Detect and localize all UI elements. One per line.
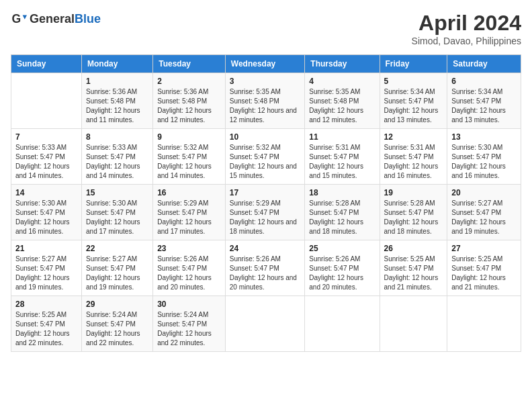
day-number: 21 xyxy=(15,244,77,253)
day-number: 25 xyxy=(309,244,375,253)
day-cell: 6Sunrise: 5:34 AM Sunset: 5:47 PM Daylig… xyxy=(447,73,521,129)
day-cell: 28Sunrise: 5:25 AM Sunset: 5:47 PM Dayli… xyxy=(11,296,82,352)
day-info: Sunrise: 5:25 AM Sunset: 5:47 PM Dayligh… xyxy=(15,310,77,348)
svg-text:G: G xyxy=(12,12,21,26)
day-number: 27 xyxy=(451,244,517,253)
day-number: 20 xyxy=(451,188,517,197)
day-info: Sunrise: 5:30 AM Sunset: 5:47 PM Dayligh… xyxy=(451,143,517,181)
day-number: 9 xyxy=(157,132,221,142)
day-number: 11 xyxy=(309,132,375,142)
day-cell: 15Sunrise: 5:30 AM Sunset: 5:47 PM Dayli… xyxy=(82,185,153,240)
day-number: 5 xyxy=(384,77,443,86)
day-info: Sunrise: 5:35 AM Sunset: 5:48 PM Dayligh… xyxy=(230,87,301,125)
day-cell: 9Sunrise: 5:32 AM Sunset: 5:47 PM Daylig… xyxy=(153,129,226,185)
day-cell: 27Sunrise: 5:25 AM Sunset: 5:47 PM Dayli… xyxy=(447,240,521,296)
day-cell: 20Sunrise: 5:27 AM Sunset: 5:47 PM Dayli… xyxy=(447,185,521,240)
column-header-thursday: Thursday xyxy=(305,55,380,73)
day-info: Sunrise: 5:27 AM Sunset: 5:47 PM Dayligh… xyxy=(451,199,517,236)
day-cell: 10Sunrise: 5:32 AM Sunset: 5:47 PM Dayli… xyxy=(225,129,305,185)
day-info: Sunrise: 5:34 AM Sunset: 5:47 PM Dayligh… xyxy=(451,87,517,125)
day-cell: 1Sunrise: 5:36 AM Sunset: 5:48 PM Daylig… xyxy=(82,73,153,129)
day-info: Sunrise: 5:27 AM Sunset: 5:47 PM Dayligh… xyxy=(86,255,148,292)
day-info: Sunrise: 5:26 AM Sunset: 5:47 PM Dayligh… xyxy=(157,255,221,292)
column-header-saturday: Saturday xyxy=(447,55,521,73)
day-info: Sunrise: 5:27 AM Sunset: 5:47 PM Dayligh… xyxy=(15,255,77,292)
day-number: 19 xyxy=(384,188,443,197)
day-cell: 21Sunrise: 5:27 AM Sunset: 5:47 PM Dayli… xyxy=(11,240,82,296)
day-cell: 13Sunrise: 5:30 AM Sunset: 5:47 PM Dayli… xyxy=(447,129,521,185)
day-cell: 30Sunrise: 5:24 AM Sunset: 5:47 PM Dayli… xyxy=(153,296,226,352)
day-info: Sunrise: 5:36 AM Sunset: 5:48 PM Dayligh… xyxy=(86,87,148,125)
day-cell: 12Sunrise: 5:31 AM Sunset: 5:47 PM Dayli… xyxy=(380,129,447,185)
day-number: 7 xyxy=(15,132,77,142)
day-cell: 26Sunrise: 5:25 AM Sunset: 5:47 PM Dayli… xyxy=(380,240,447,296)
day-number: 18 xyxy=(309,188,375,197)
week-row-5: 28Sunrise: 5:25 AM Sunset: 5:47 PM Dayli… xyxy=(11,296,521,352)
day-number: 3 xyxy=(230,77,301,86)
day-info: Sunrise: 5:26 AM Sunset: 5:47 PM Dayligh… xyxy=(230,255,301,292)
column-header-tuesday: Tuesday xyxy=(153,55,226,73)
day-cell xyxy=(225,296,305,352)
day-cell: 22Sunrise: 5:27 AM Sunset: 5:47 PM Dayli… xyxy=(82,240,153,296)
week-row-2: 7Sunrise: 5:33 AM Sunset: 5:47 PM Daylig… xyxy=(11,129,521,185)
day-cell: 16Sunrise: 5:29 AM Sunset: 5:47 PM Dayli… xyxy=(153,185,226,240)
day-info: Sunrise: 5:28 AM Sunset: 5:47 PM Dayligh… xyxy=(309,199,375,236)
day-cell: 2Sunrise: 5:36 AM Sunset: 5:48 PM Daylig… xyxy=(153,73,226,129)
day-cell: 25Sunrise: 5:26 AM Sunset: 5:47 PM Dayli… xyxy=(305,240,380,296)
page-subtitle: Simod, Davao, Philippines xyxy=(412,36,521,46)
day-cell: 11Sunrise: 5:31 AM Sunset: 5:47 PM Dayli… xyxy=(305,129,380,185)
title-block: April 2024 Simod, Davao, Philippines xyxy=(412,11,521,46)
column-header-friday: Friday xyxy=(380,55,447,73)
week-row-1: 1Sunrise: 5:36 AM Sunset: 5:48 PM Daylig… xyxy=(11,73,521,129)
day-info: Sunrise: 5:31 AM Sunset: 5:47 PM Dayligh… xyxy=(309,143,375,181)
logo: G GeneralBlue xyxy=(11,11,101,27)
day-cell xyxy=(447,296,521,352)
day-number: 13 xyxy=(451,132,517,142)
day-cell xyxy=(380,296,447,352)
day-number: 30 xyxy=(157,300,221,309)
day-cell xyxy=(305,296,380,352)
day-info: Sunrise: 5:35 AM Sunset: 5:48 PM Dayligh… xyxy=(309,87,375,125)
day-info: Sunrise: 5:26 AM Sunset: 5:47 PM Dayligh… xyxy=(309,255,375,292)
day-info: Sunrise: 5:32 AM Sunset: 5:47 PM Dayligh… xyxy=(230,143,301,181)
day-info: Sunrise: 5:30 AM Sunset: 5:47 PM Dayligh… xyxy=(15,199,77,236)
day-cell: 7Sunrise: 5:33 AM Sunset: 5:47 PM Daylig… xyxy=(11,129,82,185)
day-number: 12 xyxy=(384,132,443,142)
day-cell: 17Sunrise: 5:29 AM Sunset: 5:47 PM Dayli… xyxy=(225,185,305,240)
day-number: 14 xyxy=(15,188,77,197)
day-info: Sunrise: 5:33 AM Sunset: 5:47 PM Dayligh… xyxy=(15,143,77,181)
day-info: Sunrise: 5:36 AM Sunset: 5:48 PM Dayligh… xyxy=(157,87,221,125)
day-number: 26 xyxy=(384,244,443,253)
day-number: 10 xyxy=(230,132,301,142)
day-cell: 24Sunrise: 5:26 AM Sunset: 5:47 PM Dayli… xyxy=(225,240,305,296)
day-cell: 23Sunrise: 5:26 AM Sunset: 5:47 PM Dayli… xyxy=(153,240,226,296)
logo-general: General xyxy=(30,12,75,26)
day-number: 23 xyxy=(157,244,221,253)
day-info: Sunrise: 5:34 AM Sunset: 5:47 PM Dayligh… xyxy=(384,87,443,125)
day-cell: 8Sunrise: 5:33 AM Sunset: 5:47 PM Daylig… xyxy=(82,129,153,185)
day-info: Sunrise: 5:30 AM Sunset: 5:47 PM Dayligh… xyxy=(86,199,148,236)
page-header: G GeneralBlue April 2024 Simod, Davao, P… xyxy=(11,11,521,46)
day-cell xyxy=(11,73,82,129)
day-info: Sunrise: 5:24 AM Sunset: 5:47 PM Dayligh… xyxy=(86,310,148,348)
week-row-3: 14Sunrise: 5:30 AM Sunset: 5:47 PM Dayli… xyxy=(11,185,521,240)
day-cell: 19Sunrise: 5:28 AM Sunset: 5:47 PM Dayli… xyxy=(380,185,447,240)
day-number: 1 xyxy=(86,77,148,86)
day-info: Sunrise: 5:33 AM Sunset: 5:47 PM Dayligh… xyxy=(86,143,148,181)
day-cell: 29Sunrise: 5:24 AM Sunset: 5:47 PM Dayli… xyxy=(82,296,153,352)
day-cell: 3Sunrise: 5:35 AM Sunset: 5:48 PM Daylig… xyxy=(225,73,305,129)
day-info: Sunrise: 5:28 AM Sunset: 5:47 PM Dayligh… xyxy=(384,199,443,236)
day-number: 6 xyxy=(451,77,517,86)
column-header-monday: Monday xyxy=(82,55,153,73)
svg-marker-1 xyxy=(23,15,27,19)
day-info: Sunrise: 5:25 AM Sunset: 5:47 PM Dayligh… xyxy=(451,255,517,292)
day-info: Sunrise: 5:29 AM Sunset: 5:47 PM Dayligh… xyxy=(230,199,301,236)
day-info: Sunrise: 5:24 AM Sunset: 5:47 PM Dayligh… xyxy=(157,310,221,348)
day-number: 16 xyxy=(157,188,221,197)
day-cell: 5Sunrise: 5:34 AM Sunset: 5:47 PM Daylig… xyxy=(380,73,447,129)
day-cell: 18Sunrise: 5:28 AM Sunset: 5:47 PM Dayli… xyxy=(305,185,380,240)
column-header-wednesday: Wednesday xyxy=(225,55,305,73)
logo-icon: G xyxy=(11,11,27,27)
column-header-sunday: Sunday xyxy=(11,55,82,73)
day-number: 4 xyxy=(309,77,375,86)
